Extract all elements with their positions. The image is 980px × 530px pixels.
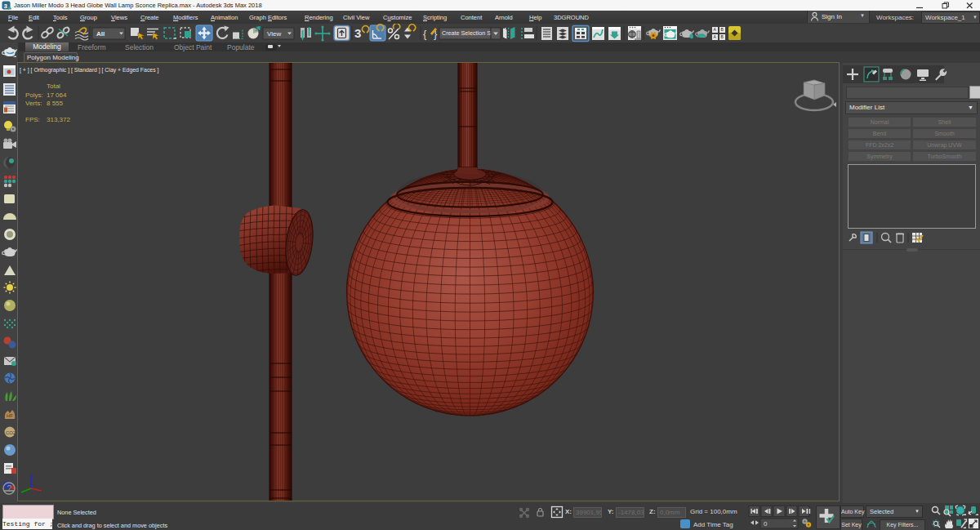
- svg-text:HF: HF: [7, 413, 13, 418]
- svg-text:3: 3: [4, 2, 8, 10]
- svg-text:0: 0: [764, 520, 768, 528]
- svg-text:All: All: [96, 30, 105, 38]
- svg-text:{: {: [423, 28, 427, 40]
- svg-text:CO2: CO2: [6, 430, 16, 435]
- svg-text:3: 3: [354, 26, 361, 40]
- svg-text:Create Selection Se: Create Selection Se: [442, 29, 494, 37]
- svg-text:?: ?: [7, 484, 12, 493]
- svg-text:View: View: [267, 30, 281, 38]
